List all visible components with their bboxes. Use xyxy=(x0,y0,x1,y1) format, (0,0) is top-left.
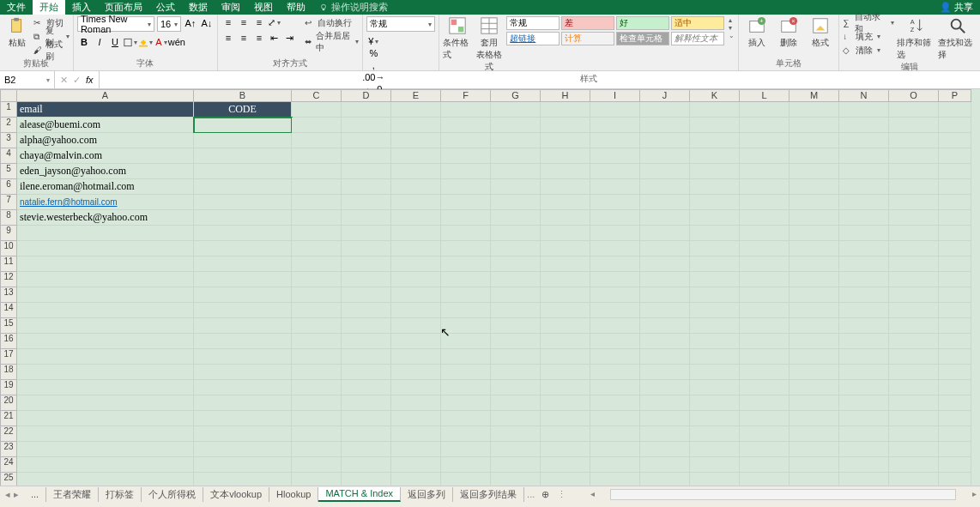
cell-B5[interactable] xyxy=(194,164,292,179)
cell-E2[interactable] xyxy=(391,118,441,133)
cell-A22[interactable] xyxy=(17,426,194,442)
cell-C7[interactable] xyxy=(292,195,342,210)
cell-C14[interactable] xyxy=(292,303,342,318)
cell-J13[interactable] xyxy=(640,287,690,303)
cell-P4[interactable] xyxy=(939,148,971,164)
cell-N19[interactable] xyxy=(839,380,889,395)
tab-first-button[interactable]: ◂ xyxy=(5,489,10,500)
cell-N20[interactable] xyxy=(839,395,889,411)
cell-M4[interactable] xyxy=(789,148,839,164)
row-head-15[interactable]: 15 xyxy=(0,318,17,334)
row-head-20[interactable]: 20 xyxy=(0,395,17,411)
cell-L11[interactable] xyxy=(740,257,789,272)
cell-H8[interactable] xyxy=(541,210,590,226)
cell-F24[interactable] xyxy=(441,457,491,473)
cell-A13[interactable] xyxy=(17,287,194,303)
cell-P21[interactable] xyxy=(939,411,971,426)
cell-E12[interactable] xyxy=(391,272,441,287)
horizontal-scrollbar[interactable]: ◂ ▸ xyxy=(586,489,980,500)
cell-F14[interactable] xyxy=(441,303,491,318)
cell-F22[interactable] xyxy=(441,426,491,442)
cell-J14[interactable] xyxy=(640,303,690,318)
cell-P20[interactable] xyxy=(939,395,971,411)
cell-L18[interactable] xyxy=(740,365,789,380)
clear-button[interactable]: ◇清除 xyxy=(843,44,894,57)
cell-P22[interactable] xyxy=(939,426,971,442)
cell-K10[interactable] xyxy=(690,241,740,257)
cell-D12[interactable] xyxy=(342,272,391,287)
cell-E3[interactable] xyxy=(391,133,441,148)
cell-B16[interactable] xyxy=(194,334,292,349)
cell-A6[interactable]: ilene.eroman@hotmail.com xyxy=(17,179,194,195)
cell-E11[interactable] xyxy=(391,257,441,272)
cell-B1[interactable]: CODE xyxy=(194,102,292,118)
cell-G15[interactable] xyxy=(491,318,541,334)
cell-H4[interactable] xyxy=(541,148,590,164)
cell-I1[interactable] xyxy=(590,102,640,118)
cell-E6[interactable] xyxy=(391,179,441,195)
accounting-button[interactable]: ¥ xyxy=(366,35,380,47)
cell-O10[interactable] xyxy=(889,241,939,257)
delete-cells-button[interactable]: ×删除 xyxy=(774,16,803,49)
indent-inc-button[interactable]: ⇥ xyxy=(283,32,297,44)
cell-N16[interactable] xyxy=(839,334,889,349)
cell-P18[interactable] xyxy=(939,365,971,380)
cell-J15[interactable] xyxy=(640,318,690,334)
paste-button[interactable]: 粘贴 xyxy=(3,16,31,49)
cell-O17[interactable] xyxy=(889,349,939,365)
cell-E24[interactable] xyxy=(391,457,441,473)
cell-P17[interactable] xyxy=(939,349,971,365)
row-head-17[interactable]: 17 xyxy=(0,349,17,365)
cell-E7[interactable] xyxy=(391,195,441,210)
align-center-button[interactable]: ≡ xyxy=(237,32,251,44)
cell-E16[interactable] xyxy=(391,334,441,349)
cell-C4[interactable] xyxy=(292,148,342,164)
cell-C23[interactable] xyxy=(292,442,342,457)
cell-P6[interactable] xyxy=(939,179,971,195)
cell-P13[interactable] xyxy=(939,287,971,303)
number-format-select[interactable]: 常规▾ xyxy=(366,16,435,32)
cell-G19[interactable] xyxy=(491,380,541,395)
cell-D25[interactable] xyxy=(342,473,391,486)
cell-K6[interactable] xyxy=(690,179,740,195)
col-head-D[interactable]: D xyxy=(342,89,391,102)
cell-A10[interactable] xyxy=(17,241,194,257)
cell-J21[interactable] xyxy=(640,411,690,426)
tab-file[interactable]: 文件 xyxy=(0,0,33,15)
cell-P25[interactable] xyxy=(939,473,971,486)
cell-M10[interactable] xyxy=(789,241,839,257)
cell-C24[interactable] xyxy=(292,457,342,473)
cell-N13[interactable] xyxy=(839,287,889,303)
cell-L12[interactable] xyxy=(740,272,789,287)
cell-F23[interactable] xyxy=(441,442,491,457)
percent-button[interactable]: % xyxy=(366,47,380,59)
cell-M21[interactable] xyxy=(789,411,839,426)
cell-H19[interactable] xyxy=(541,380,590,395)
cell-I4[interactable] xyxy=(590,148,640,164)
border-button[interactable] xyxy=(124,35,137,49)
cell-F21[interactable] xyxy=(441,411,491,426)
cell-A24[interactable] xyxy=(17,457,194,473)
cell-K18[interactable] xyxy=(690,365,740,380)
cell-A14[interactable] xyxy=(17,303,194,318)
cell-K20[interactable] xyxy=(690,395,740,411)
cell-F12[interactable] xyxy=(441,272,491,287)
cell-E20[interactable] xyxy=(391,395,441,411)
cell-O25[interactable] xyxy=(889,473,939,486)
style-normal[interactable]: 常规 xyxy=(506,16,560,30)
cell-C15[interactable] xyxy=(292,318,342,334)
scroll-left-button[interactable]: ◂ xyxy=(586,489,598,500)
conditional-format-button[interactable]: 条件格式 xyxy=(443,16,472,61)
cell-I23[interactable] xyxy=(590,442,640,457)
cell-M5[interactable] xyxy=(789,164,839,179)
cell-G7[interactable] xyxy=(491,195,541,210)
cell-H24[interactable] xyxy=(541,457,590,473)
tab-layout[interactable]: 页面布局 xyxy=(98,0,149,15)
fx-button[interactable]: fx xyxy=(86,75,94,85)
cell-G5[interactable] xyxy=(491,164,541,179)
tab-view[interactable]: 视图 xyxy=(247,0,280,15)
find-select-button[interactable]: 查找和选择 xyxy=(938,16,977,61)
cell-I24[interactable] xyxy=(590,457,640,473)
cell-J24[interactable] xyxy=(640,457,690,473)
sheet-tab-0[interactable]: 王者荣耀 xyxy=(46,487,99,502)
